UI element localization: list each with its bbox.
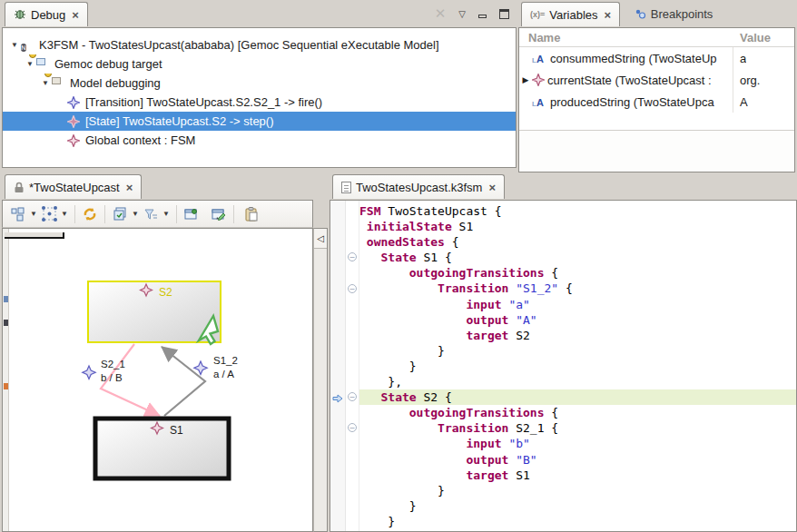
editor-view: TwoStatesUpcast.k3fsm × –––– FSM TwoStat… [330, 174, 797, 532]
variable-value: a [733, 52, 746, 65]
tab-breakpoints[interactable]: Breakpoints [626, 2, 722, 26]
folding-ruler[interactable]: –––– [346, 201, 359, 531]
model-debugging-icon [52, 77, 65, 90]
debug-tree-row[interactable]: ▼Gemoc debug target [3, 54, 516, 74]
code-line[interactable]: } [359, 514, 796, 529]
fold-collapse-icon[interactable]: – [348, 284, 357, 293]
code-line[interactable]: } [359, 359, 796, 374]
minimize-icon[interactable] [478, 15, 487, 18]
code-line[interactable]: } [359, 498, 796, 514]
expander-icon[interactable]: ▼ [39, 79, 52, 87]
code-line[interactable]: FSM TwoStateUpcast { [359, 203, 796, 219]
debug-tree-row[interactable]: ▼Model debugging [3, 74, 516, 93]
tab-k3fsm-editor[interactable]: TwoStatesUpcast.k3fsm × [332, 174, 505, 199]
column-value[interactable]: Value [733, 31, 771, 44]
diagram-left-strip [3, 229, 9, 531]
code-line[interactable]: outgoingTransitions { [359, 265, 796, 281]
lock-icon [14, 182, 25, 193]
refresh-icon[interactable] [80, 204, 100, 224]
state-star-icon [67, 115, 81, 128]
diagram-canvas[interactable]: S2 S1 S2_1 b / B S1_2 a / A [2, 228, 313, 532]
debug-view: Debug × ✕ ▽ ▼NK3FSM - TwoStatesUpcast(ab… [2, 2, 517, 168]
tab-diagram[interactable]: *TwoStateUpcast × [5, 174, 142, 199]
variable-name: consummedString (TwoStateUp [550, 52, 717, 65]
expander-icon[interactable]: ▼ [8, 41, 21, 49]
fold-collapse-icon[interactable]: – [348, 392, 357, 401]
edit-mode-icon[interactable] [209, 204, 229, 224]
tab-debug-label: Debug [31, 8, 65, 22]
instruction-pointer-icon [332, 392, 343, 406]
layout-mode-dropdown-icon[interactable]: ▼ [28, 210, 39, 218]
code-line[interactable]: ownedStates { [359, 234, 796, 250]
filter-icon[interactable] [141, 204, 161, 224]
fold-collapse-icon[interactable]: – [348, 252, 357, 261]
state-node-S2[interactable]: S2 [88, 281, 221, 344]
code-line[interactable]: input "a" [359, 297, 796, 312]
expander-icon[interactable]: ▶ [519, 75, 532, 84]
debug-tabbar: Debug × ✕ ▽ [2, 2, 517, 27]
fsm-diagram: S2 S1 S2_1 b / B S1_2 a / A [9, 229, 313, 531]
layers-dropdown-icon[interactable]: ▼ [130, 210, 141, 218]
layout-mode-icon[interactable] [8, 204, 28, 224]
code-line[interactable]: State S1 { [359, 250, 796, 265]
tab-close-icon[interactable]: × [488, 181, 496, 194]
variable-row[interactable]: ▶currentState (TwoStateUpcast :org. [519, 69, 794, 91]
remove-terminated-icon[interactable]: ✕ [435, 5, 447, 22]
code-line[interactable]: Transition "S1_2" { [359, 281, 796, 296]
clipboard-icon[interactable] [241, 204, 261, 224]
code-line[interactable]: } [359, 483, 796, 498]
editor-tabbar: TwoStatesUpcast.k3fsm × [330, 174, 797, 200]
export-diagram-icon[interactable] [182, 204, 202, 224]
debug-tree-row[interactable]: [Transition] TwoStateUpcast.S2.S2_1 -> f… [3, 93, 516, 112]
variable-row[interactable]: LAconsummedString (TwoStateUpa [519, 47, 794, 69]
debug-tree-row[interactable]: ▼NK3FSM - TwoStatesUpcast(abababa) [Gemo… [3, 35, 516, 54]
transition-label-S1_2[interactable]: S1_2 a / A [194, 355, 238, 379]
code-line-current[interactable]: State S2 { [359, 389, 796, 405]
state-node-S1[interactable]: S1 [95, 419, 229, 478]
transition-label-S2_1[interactable]: S2_1 b / B [83, 359, 125, 383]
transition-star-icon [194, 361, 207, 374]
debug-tree-row[interactable]: [State] TwoStateUpcast.S2 -> step() [3, 112, 516, 131]
variable-row[interactable]: LAproducedString (TwoStateUpcaA [519, 91, 794, 113]
column-name[interactable]: Name [519, 31, 733, 44]
code-line[interactable]: output "A" [359, 312, 796, 328]
selection-mode-icon[interactable] [39, 204, 59, 224]
code-line[interactable]: Transition S2_1 { [359, 420, 796, 436]
tab-close-icon[interactable]: × [72, 8, 79, 22]
tab-variables[interactable]: (x)= Variables × [521, 2, 620, 26]
transition-star-icon [67, 96, 81, 109]
filter-dropdown-icon[interactable]: ▼ [161, 210, 172, 218]
code-line[interactable]: output "B" [359, 452, 796, 468]
palette-collapse-icon[interactable]: ◁ [314, 229, 327, 249]
selection-mode-dropdown-icon[interactable]: ▼ [59, 210, 70, 218]
code-line[interactable]: input "b" [359, 436, 796, 451]
annotation-ruler[interactable] [330, 201, 346, 531]
edge-S1-to-S2[interactable] [162, 347, 205, 416]
maximize-icon[interactable] [499, 9, 509, 19]
code-line[interactable]: outgoingTransitions { [359, 405, 796, 420]
code-line[interactable]: target S1 [359, 468, 796, 483]
state-label-S2: S2 [159, 286, 172, 299]
context-star-icon [67, 134, 81, 147]
code-line[interactable]: }, [359, 374, 796, 389]
debug-tree-label: Model debugging [70, 76, 161, 90]
view-menu-icon[interactable]: ▽ [458, 9, 466, 19]
code-line[interactable]: } [359, 343, 796, 359]
fold-collapse-icon[interactable]: – [348, 423, 357, 432]
expander-icon[interactable]: ▼ [24, 60, 36, 68]
variables-detail-pane[interactable] [519, 130, 794, 172]
code-line[interactable]: target S2 [359, 328, 796, 343]
tab-close-icon[interactable]: × [126, 181, 133, 194]
transition-star-icon [83, 366, 95, 379]
tab-debug[interactable]: Debug × [5, 2, 88, 26]
diagram-tabbar: *TwoStateUpcast × [2, 174, 328, 200]
tab-breakpoints-label: Breakpoints [651, 7, 713, 21]
debug-tree-label: Gemoc debug target [54, 57, 162, 71]
debug-tree-row[interactable]: Global context : FSM [3, 131, 516, 150]
layers-icon[interactable] [110, 204, 130, 224]
state-star-icon [532, 74, 546, 86]
variables-rows: LAconsummedString (TwoStateUpa▶currentSt… [519, 47, 794, 113]
tab-close-icon[interactable]: × [605, 8, 612, 22]
code-area[interactable]: FSM TwoStateUpcast { initialState S1 own… [359, 201, 796, 531]
code-line[interactable]: initialState S1 [359, 219, 796, 234]
